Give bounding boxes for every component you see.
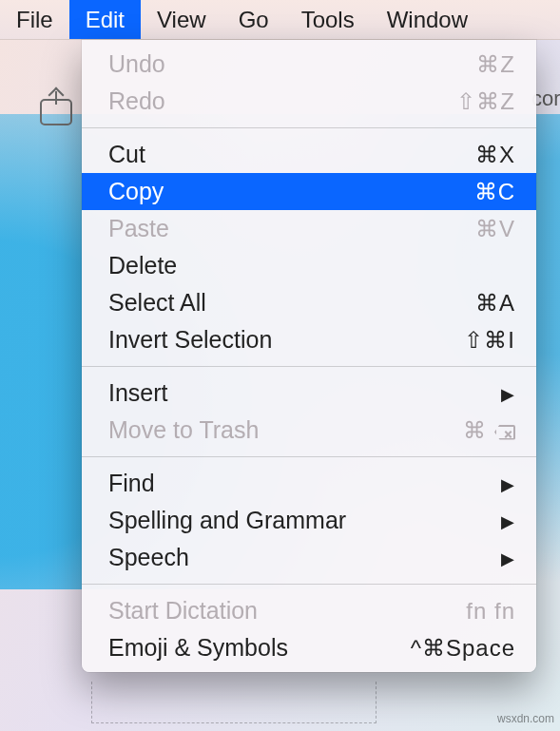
- thumbnail-selection-fragment: [91, 682, 377, 723]
- menu-label: Tools: [301, 7, 355, 33]
- menu-go[interactable]: Go: [222, 0, 285, 39]
- submenu-arrow-icon: ▶: [501, 508, 515, 534]
- menu-item-label: Insert: [108, 379, 501, 407]
- menu-item-shortcut: ^⌘Space: [411, 635, 515, 662]
- menu-edit[interactable]: Edit: [69, 0, 141, 39]
- menu-file[interactable]: File: [0, 0, 69, 39]
- menu-item-shortcut: ⌘X: [475, 142, 515, 168]
- menu-tools[interactable]: Tools: [285, 0, 371, 39]
- menu-item-move-to-trash[interactable]: Move to Trash ⌘: [82, 412, 536, 449]
- menu-item-label: Emoji & Symbols: [108, 634, 411, 662]
- menu-item-label: Start Dictation: [108, 597, 466, 625]
- menu-separator: [82, 584, 536, 585]
- menu-item-shortcut: ⇧⌘I: [464, 327, 515, 354]
- menu-item-undo[interactable]: Undo ⌘Z: [82, 46, 536, 83]
- menu-label: Go: [239, 7, 269, 33]
- menu-item-shortcut: ⌘: [463, 417, 515, 444]
- menu-item-insert[interactable]: Insert ▶: [82, 375, 536, 412]
- menu-item-label: Find: [108, 470, 501, 497]
- menu-item-label: Undo: [108, 50, 476, 78]
- menu-item-label: Redo: [108, 87, 456, 115]
- menu-item-label: Paste: [108, 215, 475, 242]
- menu-item-copy[interactable]: Copy ⌘C: [82, 173, 536, 210]
- menu-separator: [82, 127, 536, 128]
- menu-item-shortcut: ⌘C: [474, 179, 515, 205]
- menu-separator: [82, 456, 536, 457]
- menu-item-shortcut: fn fn: [466, 598, 515, 625]
- menu-window[interactable]: Window: [371, 0, 484, 39]
- delete-key-icon: [494, 425, 515, 440]
- menu-label: View: [157, 7, 206, 33]
- menu-item-label: Cut: [108, 141, 475, 168]
- menu-item-paste[interactable]: Paste ⌘V: [82, 210, 536, 247]
- menu-item-shortcut: ⌘Z: [476, 51, 515, 78]
- menu-item-label: Spelling and Grammar: [108, 507, 501, 534]
- menu-item-select-all[interactable]: Select All ⌘A: [82, 284, 536, 321]
- menu-separator: [82, 366, 536, 367]
- menu-label: Edit: [86, 7, 125, 33]
- menu-item-spelling-grammar[interactable]: Spelling and Grammar ▶: [82, 502, 536, 539]
- menu-item-delete[interactable]: Delete: [82, 247, 536, 284]
- menu-item-shortcut: ⌘A: [475, 290, 515, 317]
- menu-item-start-dictation[interactable]: Start Dictation fn fn: [82, 592, 536, 629]
- menu-label: Window: [387, 7, 468, 33]
- menu-label: File: [16, 7, 53, 33]
- menu-item-label: Delete: [108, 252, 515, 279]
- edit-menu-dropdown: Undo ⌘Z Redo ⇧⌘Z Cut ⌘X Copy ⌘C Paste ⌘V…: [82, 40, 536, 672]
- menu-item-speech[interactable]: Speech ▶: [82, 539, 536, 576]
- submenu-arrow-icon: ▶: [501, 471, 515, 497]
- menu-item-label: Invert Selection: [108, 326, 464, 354]
- menu-item-label: Speech: [108, 544, 501, 571]
- menu-item-label: Select All: [108, 289, 475, 317]
- watermark: wsxdn.com: [497, 712, 554, 725]
- menu-item-emoji-symbols[interactable]: Emoji & Symbols ^⌘Space: [82, 629, 536, 666]
- menu-item-find[interactable]: Find ▶: [82, 465, 536, 502]
- share-icon[interactable]: [40, 99, 72, 125]
- menu-item-invert-selection[interactable]: Invert Selection ⇧⌘I: [82, 321, 536, 358]
- submenu-arrow-icon: ▶: [501, 545, 515, 571]
- submenu-arrow-icon: ▶: [501, 380, 515, 407]
- menu-item-cut[interactable]: Cut ⌘X: [82, 136, 536, 173]
- menu-item-label: Move to Trash: [108, 416, 463, 444]
- menu-item-redo[interactable]: Redo ⇧⌘Z: [82, 83, 536, 120]
- menu-item-label: Copy: [108, 178, 474, 205]
- menu-item-shortcut: ⇧⌘Z: [456, 88, 515, 115]
- menu-view[interactable]: View: [141, 0, 222, 39]
- menu-bar: File Edit View Go Tools Window: [0, 0, 560, 40]
- menu-item-shortcut: ⌘V: [475, 216, 515, 242]
